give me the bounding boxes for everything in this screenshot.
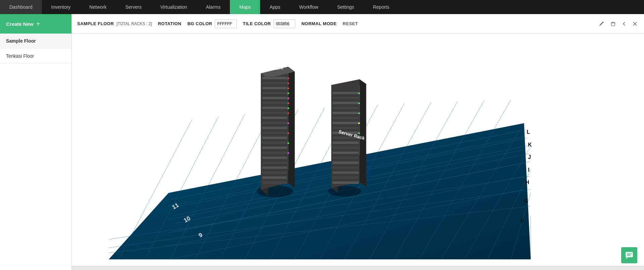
rack2-right-face bbox=[359, 79, 366, 187]
top-navigation: Dashboard Inventory Network Servers Virt… bbox=[0, 0, 644, 14]
nav-alarms[interactable]: Alarms bbox=[197, 0, 230, 14]
delete-button[interactable] bbox=[609, 20, 617, 28]
svg-rect-43 bbox=[262, 131, 287, 134]
svg-rect-59 bbox=[288, 103, 289, 104]
nav-virtualization[interactable]: Virtualization bbox=[151, 0, 197, 14]
edit-button[interactable] bbox=[598, 20, 606, 28]
total-racks-label: [TOTAL RACKS : 2] bbox=[116, 21, 152, 26]
svg-rect-34 bbox=[262, 87, 287, 89]
rotation-section: ROTATION bbox=[158, 21, 181, 26]
create-new-button[interactable]: Create New + bbox=[0, 14, 71, 34]
svg-rect-77 bbox=[332, 147, 359, 149]
nav-network[interactable]: Network bbox=[80, 0, 116, 14]
svg-rect-40 bbox=[262, 117, 287, 119]
svg-text:K: K bbox=[528, 142, 532, 148]
close-icon bbox=[633, 21, 637, 26]
plus-icon: + bbox=[36, 20, 40, 28]
floor-svg: Network bbox=[72, 34, 644, 266]
rotation-label: ROTATION bbox=[158, 21, 181, 26]
svg-text:I: I bbox=[528, 167, 529, 173]
svg-marker-101 bbox=[626, 257, 628, 259]
nav-reports[interactable]: Reports bbox=[363, 0, 399, 14]
normal-mode-label: NORMAL MODE bbox=[301, 21, 337, 26]
svg-rect-65 bbox=[288, 152, 289, 154]
floor-name-section: SAMPLE FLOOR [TOTAL RACKS : 2] bbox=[77, 21, 152, 26]
nav-inventory[interactable]: Inventory bbox=[42, 0, 80, 14]
svg-rect-76 bbox=[332, 142, 359, 144]
toolbar: SAMPLE FLOOR [TOTAL RACKS : 2] ROTATION … bbox=[72, 14, 644, 34]
nav-servers[interactable]: Servers bbox=[116, 0, 151, 14]
chat-button[interactable] bbox=[621, 247, 637, 263]
svg-rect-67 bbox=[332, 97, 359, 99]
floor-3d-view[interactable]: Network bbox=[72, 34, 644, 266]
content-area: SAMPLE FLOOR [TOTAL RACKS : 2] ROTATION … bbox=[72, 14, 644, 270]
bg-color-label: BG COLOR bbox=[187, 21, 212, 26]
svg-rect-88 bbox=[358, 122, 360, 124]
svg-rect-54 bbox=[288, 78, 289, 79]
horizontal-scrollbar[interactable] bbox=[72, 266, 644, 270]
svg-rect-37 bbox=[262, 102, 287, 104]
svg-rect-66 bbox=[332, 92, 359, 94]
close-button[interactable] bbox=[631, 20, 639, 28]
svg-rect-69 bbox=[332, 107, 359, 109]
svg-rect-53 bbox=[262, 181, 287, 184]
svg-rect-44 bbox=[262, 137, 287, 139]
svg-rect-35 bbox=[262, 92, 287, 94]
svg-rect-62 bbox=[288, 122, 289, 124]
svg-rect-57 bbox=[288, 93, 289, 94]
tile-color-input[interactable] bbox=[274, 19, 295, 28]
reset-label: RESET bbox=[343, 21, 358, 26]
svg-rect-36 bbox=[262, 97, 287, 99]
prev-button[interactable] bbox=[621, 20, 628, 28]
svg-text:F: F bbox=[521, 218, 524, 224]
edit-icon bbox=[599, 21, 604, 26]
tile-color-section: TILE COLOR bbox=[243, 19, 295, 28]
svg-rect-80 bbox=[332, 161, 359, 164]
create-new-label: Create New bbox=[6, 21, 34, 27]
svg-rect-84 bbox=[332, 181, 359, 184]
svg-rect-63 bbox=[288, 132, 289, 134]
svg-rect-64 bbox=[288, 143, 289, 144]
bg-color-input[interactable] bbox=[215, 19, 237, 28]
sidebar-item-tenkasi-floor[interactable]: Tenkasi Floor bbox=[0, 49, 71, 64]
svg-rect-61 bbox=[288, 113, 289, 114]
main-layout: Create New + Sample Floor Tenkasi Floor … bbox=[0, 14, 644, 270]
svg-rect-60 bbox=[288, 108, 289, 109]
svg-rect-32 bbox=[262, 77, 287, 79]
svg-rect-68 bbox=[332, 102, 359, 104]
svg-text:G: G bbox=[524, 198, 528, 204]
svg-rect-73 bbox=[332, 126, 359, 129]
svg-rect-86 bbox=[358, 103, 360, 104]
nav-settings[interactable]: Settings bbox=[328, 0, 364, 14]
sidebar-item-sample-floor[interactable]: Sample Floor bbox=[0, 34, 71, 49]
svg-rect-51 bbox=[262, 171, 287, 174]
nav-apps[interactable]: Apps bbox=[260, 0, 290, 14]
svg-rect-71 bbox=[332, 117, 359, 119]
svg-rect-46 bbox=[262, 147, 287, 149]
tile-color-label: TILE COLOR bbox=[243, 21, 271, 26]
svg-rect-70 bbox=[332, 112, 359, 114]
chat-icon bbox=[625, 251, 634, 260]
svg-rect-87 bbox=[358, 113, 360, 114]
rack1-right-face bbox=[288, 67, 295, 188]
svg-rect-33 bbox=[262, 82, 287, 85]
svg-rect-38 bbox=[262, 107, 287, 109]
svg-text:L: L bbox=[527, 129, 530, 135]
nav-maps[interactable]: Maps bbox=[230, 0, 260, 14]
svg-rect-83 bbox=[332, 176, 359, 179]
svg-rect-56 bbox=[288, 88, 289, 89]
svg-text:H: H bbox=[525, 179, 529, 185]
nav-workflow[interactable]: Workflow bbox=[290, 0, 328, 14]
svg-rect-47 bbox=[262, 151, 287, 154]
svg-rect-52 bbox=[262, 176, 287, 179]
nav-dashboard[interactable]: Dashboard bbox=[0, 0, 42, 14]
svg-rect-41 bbox=[262, 121, 287, 124]
svg-rect-100 bbox=[626, 252, 633, 257]
svg-rect-58 bbox=[288, 98, 289, 99]
svg-rect-55 bbox=[288, 83, 289, 84]
svg-rect-39 bbox=[262, 112, 287, 114]
sidebar: Create New + Sample Floor Tenkasi Floor bbox=[0, 14, 72, 270]
svg-rect-0 bbox=[611, 23, 615, 26]
floor-name-label: SAMPLE FLOOR bbox=[77, 21, 114, 26]
svg-text:J: J bbox=[528, 154, 531, 160]
